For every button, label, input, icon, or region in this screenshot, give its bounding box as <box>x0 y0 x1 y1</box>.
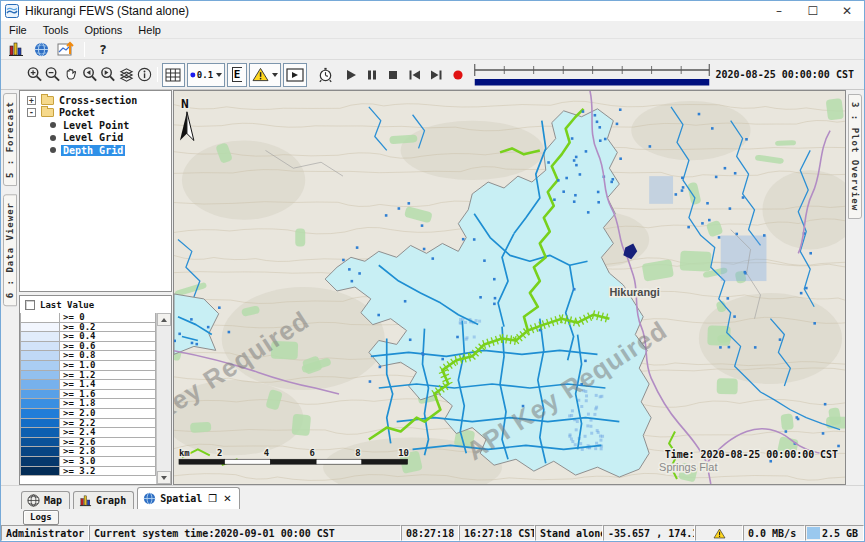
collapse-icon[interactable]: - <box>27 108 36 117</box>
bullet-icon <box>50 122 56 128</box>
logs-button[interactable]: Logs <box>23 510 59 525</box>
folder-icon <box>41 108 54 117</box>
folder-icon <box>41 96 54 105</box>
status-bar: Administrator Current system time:2020-0… <box>1 525 864 541</box>
menu-options[interactable]: Options <box>76 23 130 37</box>
locality-label: Springs Flat <box>659 461 717 473</box>
memory-usage-bar <box>807 527 820 539</box>
skip-forward-button[interactable] <box>430 69 443 81</box>
pause-button[interactable] <box>366 69 378 81</box>
status-network-rate: 0.0 MB/s <box>743 525 805 541</box>
map-time-overlay: Time: 2020-08-25 00:00:00 CST <box>665 449 838 460</box>
spatial-display-icon[interactable] <box>56 41 76 58</box>
tab-close-icon[interactable]: ✕ <box>223 493 231 504</box>
town-label: Hikurangi <box>609 286 659 298</box>
zoom-out-icon[interactable] <box>43 64 61 86</box>
info-icon[interactable] <box>135 64 153 86</box>
zoom-previous-icon[interactable] <box>80 64 98 86</box>
menu-tools[interactable]: Tools <box>35 23 77 37</box>
svg-text:6: 6 <box>309 448 314 458</box>
left-tab-rail: 5 : Forecast 6 : Data Viewer <box>1 90 18 485</box>
tab-plot-overview[interactable]: 3 : Plot Overview <box>848 94 862 219</box>
scroll-up-icon[interactable] <box>157 313 171 326</box>
tab-graph[interactable]: Graph <box>73 491 134 509</box>
expand-icon[interactable]: + <box>27 96 36 105</box>
skip-back-button[interactable] <box>408 69 421 81</box>
svg-text:2: 2 <box>217 448 222 458</box>
legend-color-swatch <box>20 466 60 477</box>
layers-tree: + Cross-section - Pocket Level Point Lev… <box>19 90 172 292</box>
zoom-in-icon[interactable] <box>25 64 43 86</box>
tree-item-level-grid[interactable]: Level Grid <box>20 132 171 145</box>
toolbar-separator <box>84 42 85 57</box>
tab-restore-icon[interactable]: ❒ <box>208 493 217 504</box>
playback-controls <box>345 69 464 81</box>
legend-header: Last Value <box>20 296 171 313</box>
layers-icon[interactable] <box>117 64 135 86</box>
tab-spatial[interactable]: Spatial ❒ ✕ <box>137 487 240 509</box>
last-value-label: Last Value <box>40 300 94 310</box>
svg-text:4: 4 <box>264 448 269 458</box>
blue-globe-icon <box>143 492 156 505</box>
title-bar: Hikurangi FEWS (Stand alone) – ☐ ✕ <box>1 1 864 21</box>
legend-rows: >= 0>= 0.2>= 0.4>= 0.6>= 0.8>= 1.0>= 1.2… <box>20 313 156 484</box>
status-local-time: 16:27:18 CST <box>459 525 535 541</box>
main-area: 5 : Forecast 6 : Data Viewer + Cross-sec… <box>1 90 864 485</box>
bullet-icon <box>50 135 56 141</box>
tree-item-pocket[interactable]: - Pocket <box>20 107 171 120</box>
tree-item-level-point[interactable]: Level Point <box>20 119 171 132</box>
status-warning-icon[interactable] <box>695 525 743 541</box>
time-slider[interactable] <box>472 61 712 89</box>
grid-display-button[interactable] <box>162 63 186 87</box>
status-system-time: Current system time:2020-09-01 00:00 CST <box>89 525 401 541</box>
record-button[interactable] <box>452 69 464 81</box>
legend-entry[interactable]: >= 3.2 <box>20 466 156 477</box>
svg-text:km: km <box>179 448 190 458</box>
maximize-button[interactable]: ☐ <box>796 1 830 21</box>
tab-forecast[interactable]: 5 : Forecast <box>3 93 17 186</box>
warning-layers-dropdown[interactable] <box>249 63 281 87</box>
tree-item-cross-section[interactable]: + Cross-section <box>20 94 171 107</box>
status-user: Administrator <box>1 525 89 541</box>
help-icon[interactable]: ? <box>93 41 113 58</box>
pan-hand-icon[interactable] <box>62 64 80 86</box>
wireframe-globe-icon <box>27 494 40 507</box>
status-memory: 2.5 GB <box>805 525 864 541</box>
legend-scrollbar[interactable] <box>156 313 171 484</box>
scroll-down-icon[interactable] <box>157 471 171 484</box>
svg-text:N: N <box>181 96 189 111</box>
slider-time-label: 2020-08-25 00:00:00 CST <box>712 69 858 80</box>
tab-data-viewer[interactable]: 6 : Data Viewer <box>3 194 17 306</box>
tab-map[interactable]: Map <box>21 491 70 509</box>
app-logo-icon <box>5 4 19 18</box>
last-value-checkbox[interactable] <box>25 300 35 310</box>
bullet-icon <box>50 147 56 153</box>
dropdown-arrow-icon <box>216 73 222 77</box>
timer-icon[interactable] <box>316 64 334 86</box>
close-button[interactable]: ✕ <box>830 1 864 21</box>
zoom-next-icon[interactable] <box>99 64 117 86</box>
status-mode: Stand alone <box>535 525 603 541</box>
legend-entry-label: >= 3.2 <box>60 466 156 477</box>
contour-threshold-dropdown[interactable]: 0.1 <box>187 63 225 87</box>
play-button[interactable] <box>345 69 357 81</box>
svg-text:8: 8 <box>355 448 360 458</box>
window-title: Hikurangi FEWS (Stand alone) <box>25 4 189 18</box>
reports-icon[interactable] <box>6 41 26 58</box>
labels-toggle-button[interactable]: E <box>227 63 247 87</box>
dropdown-arrow-icon <box>272 73 278 77</box>
menu-file[interactable]: File <box>1 23 35 37</box>
main-toolbar: ? <box>1 39 864 60</box>
menu-help[interactable]: Help <box>130 23 169 37</box>
view-tabs: Map Graph Spatial ❒ ✕ <box>1 485 864 509</box>
map-toolbar: 0.1 E <box>1 60 864 90</box>
status-gmt-time: 08:27:18 GMT <box>401 525 459 541</box>
tree-item-depth-grid[interactable]: Depth Grid <box>20 144 171 157</box>
status-coordinates: -35.657 , 174.199 <box>603 525 695 541</box>
time-slider-range-bar[interactable] <box>474 79 709 86</box>
stop-button[interactable] <box>387 69 399 81</box>
map-canvas[interactable]: API Key Required API Key Required Hikura… <box>173 90 846 485</box>
animation-button[interactable] <box>283 63 307 87</box>
globe-icon[interactable] <box>31 41 51 58</box>
minimize-button[interactable]: – <box>762 1 796 21</box>
